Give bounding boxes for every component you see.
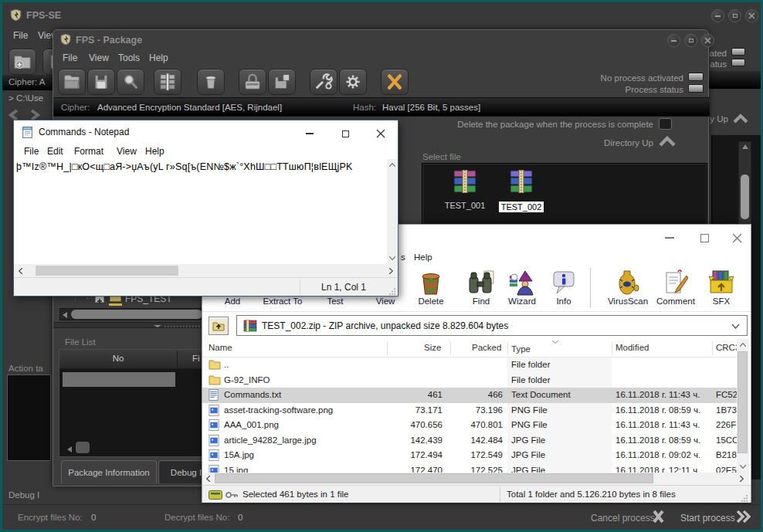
col-size[interactable]: Size — [424, 343, 441, 352]
winrar-hscrollbar[interactable] — [202, 473, 749, 485]
table-row[interactable]: article_94282_large.jpg142.439142.484JPG… — [202, 433, 737, 449]
table-row[interactable]: G-92_INFOFile folder — [202, 373, 737, 388]
notepad-text-area[interactable]: þ™Iz®™H_|□кО<щ□аЯ->џАъ(уL г»Sq[ъ(EN№$ж`°… — [14, 159, 387, 264]
open-package-button[interactable] — [58, 69, 86, 95]
directory-up-label[interactable]: Directory Up — [604, 138, 653, 147]
winrar-vscrollbar[interactable] — [737, 339, 749, 473]
package-shield-icon — [59, 33, 72, 49]
minimize-icon[interactable] — [711, 9, 724, 22]
table-row[interactable]: 15.jpg172.470172.525JPG File16.11.2018 г… — [202, 463, 737, 473]
col-no-header[interactable]: No — [59, 354, 177, 363]
resize-grip-icon[interactable] — [741, 495, 748, 502]
action-panel-box — [7, 374, 51, 461]
tab-label: Package Information — [68, 468, 149, 477]
notepad-minimize-icon[interactable] — [294, 125, 325, 142]
tools-button[interactable] — [310, 69, 337, 95]
archive-address-dropdown[interactable]: TEST_002.zip - ZIP archive, unpacked siz… — [236, 315, 748, 336]
main-menu-file[interactable]: File — [13, 30, 28, 41]
main-directory-up-icon[interactable] — [733, 113, 748, 127]
vscroll-thumb[interactable] — [738, 351, 748, 453]
scroll-down-icon — [740, 465, 746, 469]
rar-mini-icon — [243, 320, 257, 332]
start-chevrons-icon[interactable] — [736, 510, 751, 526]
no-process-activated-label: No process activated — [601, 73, 683, 83]
chevron-down-icon[interactable] — [731, 324, 740, 329]
notepad-hscrollbar[interactable] — [14, 264, 398, 277]
decrypt-save-button[interactable] — [268, 69, 296, 95]
main-scrollbar-thumb[interactable] — [741, 175, 749, 219]
notepad-menu-file[interactable]: File — [24, 146, 39, 157]
tree-hscroll-thumb[interactable] — [71, 310, 202, 319]
winrar-minimize-icon[interactable] — [654, 229, 685, 246]
archive-button[interactable] — [154, 69, 181, 95]
package-menu-help[interactable]: Help — [149, 53, 168, 63]
encrypt-button[interactable] — [239, 69, 266, 95]
comment-button[interactable]: Comment — [652, 266, 700, 310]
col-modified[interactable]: Modified — [615, 343, 649, 352]
delete-button[interactable] — [197, 69, 225, 95]
package-minimize-icon[interactable] — [667, 34, 680, 47]
sfx-button[interactable]: SFX — [700, 266, 743, 310]
save-package-button[interactable] — [87, 69, 115, 95]
search-button[interactable] — [117, 69, 144, 95]
table-row[interactable]: AAA_001.png470.656470.801PNG File16.11.2… — [202, 418, 737, 433]
up-directory-button[interactable] — [209, 317, 229, 335]
drive-icon — [209, 490, 222, 500]
table-row[interactable]: ..File folder — [202, 357, 737, 373]
winrar-menu-help[interactable]: Help — [414, 252, 432, 262]
info-button[interactable]: Info — [540, 266, 588, 310]
scroll-left-icon[interactable] — [67, 446, 72, 452]
notepad-men-help[interactable]: Help — [145, 146, 164, 157]
tab-package-information[interactable]: Package Information — [61, 460, 157, 483]
col-name[interactable]: Name — [209, 343, 232, 352]
winrar-menu-fragment[interactable]: s — [401, 252, 405, 262]
tree-hscrollbar[interactable] — [59, 308, 205, 320]
table-row-selected[interactable]: Commands.txt461466Text Document16.11.201… — [202, 388, 737, 403]
scroll-right-icon — [740, 476, 744, 482]
cancel-x-button[interactable] — [381, 69, 409, 95]
col-type[interactable]: Type — [511, 344, 531, 354]
add-folder-button[interactable] — [8, 49, 36, 75]
notepad-menu-view[interactable]: View — [117, 146, 137, 157]
notepad-vscrollbar[interactable] — [387, 159, 398, 264]
cancel-process-button[interactable]: Cancel process — [591, 513, 655, 524]
notepad-hscroll-thumb[interactable] — [36, 266, 178, 276]
package-close-icon[interactable] — [701, 34, 714, 47]
notepad-menu-format[interactable]: Format — [74, 146, 103, 157]
col-crc32[interactable]: CRC32 — [716, 343, 737, 352]
col-fi-header[interactable]: Fi — [192, 354, 200, 363]
delete-button[interactable]: Delete — [407, 266, 455, 310]
resize-grip-icon[interactable] — [389, 288, 396, 295]
winrar-maximize-icon[interactable] — [689, 229, 720, 246]
package-menu-tools[interactable]: Tools — [118, 53, 140, 63]
table-row[interactable]: asset-tracking-software.png73.17173.196P… — [202, 403, 737, 418]
table-row[interactable]: 15A.jpg172.494172.549JPG File16.11.2018 … — [202, 448, 737, 463]
status-divider — [500, 487, 500, 502]
delete-package-checkbox[interactable] — [659, 118, 672, 130]
col-packed[interactable]: Packed — [472, 343, 501, 352]
virusscan-button[interactable]: VirusScan — [599, 266, 656, 310]
cancel-x-icon[interactable] — [653, 510, 664, 527]
main-status-status-fragment: atus — [710, 59, 727, 69]
wizard-button[interactable]: Wizard — [498, 266, 546, 310]
package-maximize-icon[interactable] — [684, 34, 697, 47]
package-menu-view[interactable]: View — [89, 53, 109, 63]
hscroll-thumb[interactable] — [215, 473, 653, 483]
notepad-statusbar: Ln 1, Col 1 — [14, 277, 398, 296]
start-process-button[interactable]: Start process — [680, 513, 735, 524]
decrypt-files-value: 0 — [238, 513, 242, 522]
main-dirup-fragment[interactable]: y Up — [710, 114, 728, 124]
maximize-icon[interactable] — [728, 9, 741, 22]
file-list-scroll-thumb[interactable] — [76, 442, 90, 453]
notepad-menu-edit[interactable]: Edit — [47, 146, 63, 157]
directory-up-icon[interactable] — [659, 136, 676, 150]
settings-button[interactable] — [339, 69, 367, 95]
notepad-close-icon[interactable] — [365, 125, 396, 142]
floppy-icon — [92, 73, 110, 91]
close-icon[interactable] — [745, 9, 758, 22]
package-menu-file[interactable]: File — [63, 53, 77, 63]
archive-item-selected[interactable]: TEST_002 — [487, 170, 556, 213]
header-divider — [177, 351, 178, 368]
winrar-close-icon[interactable] — [721, 229, 752, 246]
notepad-maximize-icon[interactable] — [330, 125, 361, 142]
